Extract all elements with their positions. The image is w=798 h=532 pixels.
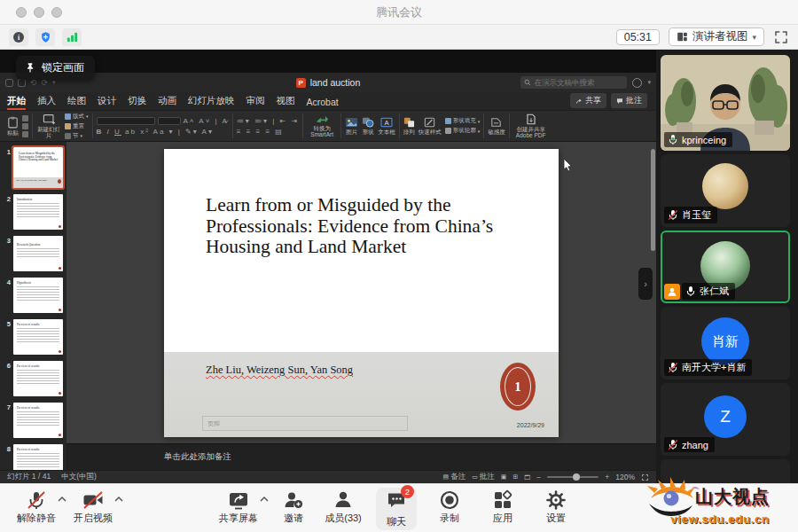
slide-thumbnail-1[interactable]: 1 Learn from or Misguided by the Profess… — [2, 147, 63, 188]
thumb-number: 4 — [2, 278, 11, 313]
participant-tile-xiaoxin[interactable]: 肖新 南开大学+肖新 — [661, 307, 790, 379]
shapes-button[interactable]: 形状 — [362, 117, 374, 135]
unmute-label: 解除静音 — [17, 512, 56, 525]
fit-slide-button[interactable] — [641, 473, 649, 481]
ppt-search-field[interactable] — [520, 76, 627, 89]
view-mode-button[interactable]: 演讲者视图 ▾ — [669, 27, 764, 46]
language-indicator[interactable]: 中文(中国) — [61, 472, 97, 482]
new-slide-label: 新建幻灯片 — [36, 126, 61, 138]
pin-icon — [25, 62, 35, 74]
slide-counter: 幻灯片 1 / 41 — [7, 472, 51, 482]
slide-thumbnail-8[interactable]: 8 Preview of results — [2, 444, 63, 470]
tab-view[interactable]: 视图 — [277, 95, 295, 110]
network-quality-button[interactable] — [62, 28, 82, 46]
participant-name-bar: 肖玉玺 — [664, 207, 717, 223]
zoom-slider[interactable] — [547, 476, 598, 478]
shape-fill-button[interactable]: 形状填充▾ — [445, 117, 481, 125]
zoom-out-button[interactable]: − — [536, 473, 541, 481]
share-screen-button[interactable]: 共享屏幕 — [218, 489, 259, 525]
settings-button[interactable]: 设置 — [536, 489, 576, 525]
new-slide-button[interactable]: 新建幻灯片 — [36, 113, 61, 138]
font-name-select[interactable] — [97, 117, 155, 125]
ribbon-slides-group: 新建幻灯片 版式▾ 重置 节▾ — [33, 111, 92, 141]
slide-thumbnail-4[interactable]: 4 Hypothesis — [2, 278, 63, 313]
participant-tile-zhang[interactable]: Z zhang — [661, 383, 790, 456]
ppt-ribbon-tabs: 开始 插入 绘图 设计 切换 动画 幻灯片放映 审阅 视图 Acrobat 共享 — [0, 92, 656, 110]
sensitivity-button[interactable]: 敏感度 — [488, 117, 505, 135]
section-button[interactable]: 节▾ — [65, 132, 89, 140]
align-buttons[interactable]: ≡ ≡ ≡ ≡ ▤ — [237, 128, 284, 136]
panel-expand-button[interactable]: › — [638, 268, 653, 300]
canvas-scrollbar[interactable] — [651, 149, 655, 251]
start-video-button[interactable]: 开启视频 — [73, 489, 113, 525]
tab-design[interactable]: 设计 — [98, 95, 116, 110]
ppt-share-button[interactable]: 共享 — [570, 93, 606, 108]
slide-thumbnail-3[interactable]: 3 Research Question — [2, 236, 63, 271]
slide-footer-placeholder[interactable]: 页脚 — [202, 416, 408, 431]
apps-button[interactable]: 应用 — [482, 489, 523, 525]
ribbon-smartart-group: 转换为SmartArt — [303, 111, 340, 141]
chevron-up-icon[interactable] — [114, 497, 123, 502]
meeting-info-button[interactable]: i — [9, 28, 28, 46]
layout-button[interactable]: 版式▾ — [65, 113, 89, 121]
current-slide[interactable]: Learn from or Misguided by the Professio… — [164, 149, 559, 437]
unmute-button[interactable]: 解除静音 — [16, 489, 57, 525]
tab-transitions[interactable]: 切换 — [128, 95, 146, 110]
slide-thumbnail-2[interactable]: 2 Introduction — [2, 194, 63, 230]
font-style-buttons[interactable]: B I U ab x² Aa ▾ | ✎▾ A▾ — [97, 128, 214, 136]
security-button[interactable] — [35, 28, 55, 46]
tab-animations[interactable]: 动画 — [158, 95, 176, 110]
picture-button[interactable]: 图片 — [345, 117, 358, 135]
record-button[interactable]: 录制 — [429, 489, 470, 525]
chat-button[interactable]: 2 聊天 — [376, 488, 417, 530]
tab-draw[interactable]: 绘图 — [67, 95, 86, 110]
convert-smartart-button[interactable]: 转换为SmartArt — [307, 114, 337, 137]
tab-slideshow[interactable]: 幻灯片放映 — [188, 95, 235, 110]
comments-toggle-button[interactable]: ▭批注 — [472, 472, 495, 482]
reset-button[interactable]: 重置 — [65, 122, 89, 130]
font-size-select[interactable] — [158, 117, 181, 125]
slideshow-button[interactable]: 🗔 — [524, 474, 530, 481]
cut-button[interactable] — [22, 115, 28, 121]
tab-home[interactable]: 开始 — [7, 95, 26, 110]
arrange-label: 排列 — [403, 129, 415, 135]
shape-outline-button[interactable]: 形状轮廓▾ — [445, 127, 481, 135]
arrange-button[interactable]: 排列 — [403, 117, 415, 135]
font-grow-shrink-buttons[interactable]: A˄ A˅ | A̷ — [184, 117, 229, 125]
slide-sorter-view-button[interactable]: ⊞ — [512, 473, 518, 481]
textbox-label: 文本框 — [378, 129, 395, 135]
slide-thumbnail-6[interactable]: 6 Preview of results — [2, 361, 63, 396]
copy-button[interactable] — [22, 123, 28, 129]
participant-tile-kprinceing[interactable]: kprinceing — [661, 55, 790, 151]
notes-pane[interactable]: 单击此处添加备注 — [66, 443, 656, 470]
participant-name-bar: 张仁斌 — [682, 283, 735, 300]
invite-button[interactable]: 邀请 — [273, 489, 314, 525]
pin-view-button[interactable]: 锁定画面 — [16, 56, 95, 80]
participant-tile-partial[interactable] — [661, 459, 790, 483]
participant-tile-xiaoyuxi[interactable]: 肖玉玺 — [661, 154, 790, 227]
slide-thumbnail-7[interactable]: 7 Preview of results — [2, 403, 63, 438]
tab-insert[interactable]: 插入 — [37, 95, 56, 110]
participant-tile-zhangrenbin[interactable]: 张仁斌 — [661, 231, 790, 303]
chevron-up-icon[interactable] — [58, 497, 66, 502]
ppt-search-input[interactable] — [534, 78, 623, 87]
account-icon[interactable] — [632, 78, 642, 88]
slide-thumbnail-5[interactable]: 5 Preview of results — [2, 319, 63, 355]
members-button[interactable]: 成员(33) — [323, 489, 364, 525]
create-pdf-button[interactable]: 创建并共享Adobe PDF — [513, 113, 549, 138]
clipboard-icon — [7, 116, 19, 129]
textbox-button[interactable]: A 文本框 — [378, 117, 395, 135]
zoom-level[interactable]: 120% — [615, 473, 635, 481]
normal-view-button[interactable]: ▣ — [501, 473, 507, 481]
chevron-up-icon[interactable] — [260, 497, 269, 502]
quick-styles-button[interactable]: 快速样式 — [419, 117, 442, 135]
paste-button[interactable]: 粘贴 — [7, 116, 19, 136]
fullscreen-button[interactable] — [773, 29, 789, 45]
ppt-comments-button[interactable]: 批注 — [611, 93, 647, 108]
tab-review[interactable]: 审阅 — [246, 95, 265, 110]
tab-acrobat[interactable]: Acrobat — [307, 97, 339, 110]
notes-toggle-button[interactable]: ▤备注 — [443, 472, 466, 482]
list-buttons[interactable]: ≔▾ ≕▾ | ⇤ ⇥ — [237, 117, 299, 125]
zoom-in-button[interactable]: + — [605, 473, 609, 481]
format-painter-button[interactable] — [22, 131, 28, 137]
